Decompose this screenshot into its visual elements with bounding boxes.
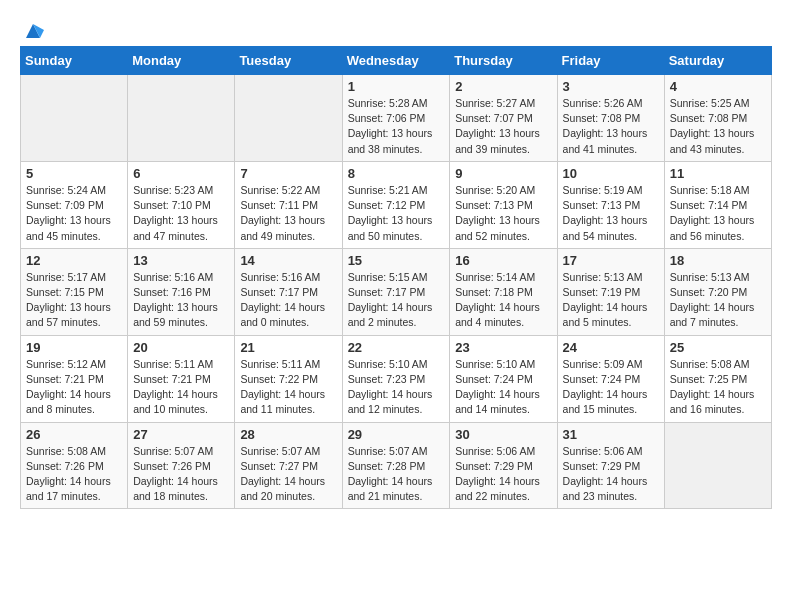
day-number: 9	[455, 166, 551, 181]
day-info: Sunrise: 5:14 AM Sunset: 7:18 PM Dayligh…	[455, 270, 551, 331]
weekday-header: Sunday	[21, 47, 128, 75]
day-number: 29	[348, 427, 445, 442]
calendar-cell: 11Sunrise: 5:18 AM Sunset: 7:14 PM Dayli…	[664, 161, 771, 248]
day-info: Sunrise: 5:27 AM Sunset: 7:07 PM Dayligh…	[455, 96, 551, 157]
day-info: Sunrise: 5:15 AM Sunset: 7:17 PM Dayligh…	[348, 270, 445, 331]
day-info: Sunrise: 5:22 AM Sunset: 7:11 PM Dayligh…	[240, 183, 336, 244]
calendar-cell	[235, 75, 342, 162]
calendar-cell: 27Sunrise: 5:07 AM Sunset: 7:26 PM Dayli…	[128, 422, 235, 509]
day-number: 31	[563, 427, 659, 442]
day-number: 13	[133, 253, 229, 268]
calendar-cell: 13Sunrise: 5:16 AM Sunset: 7:16 PM Dayli…	[128, 248, 235, 335]
day-info: Sunrise: 5:19 AM Sunset: 7:13 PM Dayligh…	[563, 183, 659, 244]
day-number: 12	[26, 253, 122, 268]
day-number: 11	[670, 166, 766, 181]
day-info: Sunrise: 5:12 AM Sunset: 7:21 PM Dayligh…	[26, 357, 122, 418]
calendar-cell: 17Sunrise: 5:13 AM Sunset: 7:19 PM Dayli…	[557, 248, 664, 335]
calendar-cell	[21, 75, 128, 162]
calendar-cell: 26Sunrise: 5:08 AM Sunset: 7:26 PM Dayli…	[21, 422, 128, 509]
calendar-cell: 21Sunrise: 5:11 AM Sunset: 7:22 PM Dayli…	[235, 335, 342, 422]
logo-icon	[22, 20, 44, 42]
weekday-header: Tuesday	[235, 47, 342, 75]
day-info: Sunrise: 5:20 AM Sunset: 7:13 PM Dayligh…	[455, 183, 551, 244]
day-number: 2	[455, 79, 551, 94]
calendar-table: SundayMondayTuesdayWednesdayThursdayFrid…	[20, 46, 772, 509]
calendar-cell	[664, 422, 771, 509]
calendar-week-row: 12Sunrise: 5:17 AM Sunset: 7:15 PM Dayli…	[21, 248, 772, 335]
day-info: Sunrise: 5:23 AM Sunset: 7:10 PM Dayligh…	[133, 183, 229, 244]
calendar-cell: 6Sunrise: 5:23 AM Sunset: 7:10 PM Daylig…	[128, 161, 235, 248]
day-info: Sunrise: 5:25 AM Sunset: 7:08 PM Dayligh…	[670, 96, 766, 157]
day-number: 5	[26, 166, 122, 181]
calendar-cell: 12Sunrise: 5:17 AM Sunset: 7:15 PM Dayli…	[21, 248, 128, 335]
day-number: 26	[26, 427, 122, 442]
calendar-cell: 31Sunrise: 5:06 AM Sunset: 7:29 PM Dayli…	[557, 422, 664, 509]
page-header	[20, 20, 772, 36]
day-number: 21	[240, 340, 336, 355]
calendar-cell: 3Sunrise: 5:26 AM Sunset: 7:08 PM Daylig…	[557, 75, 664, 162]
day-number: 1	[348, 79, 445, 94]
calendar-cell: 1Sunrise: 5:28 AM Sunset: 7:06 PM Daylig…	[342, 75, 450, 162]
day-number: 19	[26, 340, 122, 355]
calendar-cell: 16Sunrise: 5:14 AM Sunset: 7:18 PM Dayli…	[450, 248, 557, 335]
calendar-cell: 7Sunrise: 5:22 AM Sunset: 7:11 PM Daylig…	[235, 161, 342, 248]
weekday-header: Thursday	[450, 47, 557, 75]
day-number: 6	[133, 166, 229, 181]
calendar-week-row: 26Sunrise: 5:08 AM Sunset: 7:26 PM Dayli…	[21, 422, 772, 509]
weekday-header: Friday	[557, 47, 664, 75]
calendar-cell: 23Sunrise: 5:10 AM Sunset: 7:24 PM Dayli…	[450, 335, 557, 422]
weekday-header: Saturday	[664, 47, 771, 75]
day-info: Sunrise: 5:17 AM Sunset: 7:15 PM Dayligh…	[26, 270, 122, 331]
calendar-cell: 10Sunrise: 5:19 AM Sunset: 7:13 PM Dayli…	[557, 161, 664, 248]
calendar-cell: 20Sunrise: 5:11 AM Sunset: 7:21 PM Dayli…	[128, 335, 235, 422]
day-info: Sunrise: 5:07 AM Sunset: 7:26 PM Dayligh…	[133, 444, 229, 505]
day-number: 7	[240, 166, 336, 181]
day-info: Sunrise: 5:06 AM Sunset: 7:29 PM Dayligh…	[563, 444, 659, 505]
calendar-cell: 29Sunrise: 5:07 AM Sunset: 7:28 PM Dayli…	[342, 422, 450, 509]
calendar-cell: 28Sunrise: 5:07 AM Sunset: 7:27 PM Dayli…	[235, 422, 342, 509]
day-number: 24	[563, 340, 659, 355]
day-info: Sunrise: 5:10 AM Sunset: 7:24 PM Dayligh…	[455, 357, 551, 418]
calendar-cell: 8Sunrise: 5:21 AM Sunset: 7:12 PM Daylig…	[342, 161, 450, 248]
day-number: 30	[455, 427, 551, 442]
calendar-cell: 4Sunrise: 5:25 AM Sunset: 7:08 PM Daylig…	[664, 75, 771, 162]
day-number: 10	[563, 166, 659, 181]
day-info: Sunrise: 5:16 AM Sunset: 7:17 PM Dayligh…	[240, 270, 336, 331]
calendar-week-row: 1Sunrise: 5:28 AM Sunset: 7:06 PM Daylig…	[21, 75, 772, 162]
day-number: 15	[348, 253, 445, 268]
calendar-cell: 30Sunrise: 5:06 AM Sunset: 7:29 PM Dayli…	[450, 422, 557, 509]
day-number: 8	[348, 166, 445, 181]
day-info: Sunrise: 5:13 AM Sunset: 7:19 PM Dayligh…	[563, 270, 659, 331]
calendar-cell: 5Sunrise: 5:24 AM Sunset: 7:09 PM Daylig…	[21, 161, 128, 248]
calendar-cell	[128, 75, 235, 162]
day-info: Sunrise: 5:10 AM Sunset: 7:23 PM Dayligh…	[348, 357, 445, 418]
day-info: Sunrise: 5:11 AM Sunset: 7:21 PM Dayligh…	[133, 357, 229, 418]
weekday-header: Monday	[128, 47, 235, 75]
day-number: 23	[455, 340, 551, 355]
calendar-cell: 15Sunrise: 5:15 AM Sunset: 7:17 PM Dayli…	[342, 248, 450, 335]
day-info: Sunrise: 5:21 AM Sunset: 7:12 PM Dayligh…	[348, 183, 445, 244]
day-number: 28	[240, 427, 336, 442]
day-info: Sunrise: 5:11 AM Sunset: 7:22 PM Dayligh…	[240, 357, 336, 418]
day-info: Sunrise: 5:07 AM Sunset: 7:28 PM Dayligh…	[348, 444, 445, 505]
day-number: 27	[133, 427, 229, 442]
day-number: 25	[670, 340, 766, 355]
day-number: 20	[133, 340, 229, 355]
day-info: Sunrise: 5:08 AM Sunset: 7:25 PM Dayligh…	[670, 357, 766, 418]
day-info: Sunrise: 5:13 AM Sunset: 7:20 PM Dayligh…	[670, 270, 766, 331]
calendar-cell: 22Sunrise: 5:10 AM Sunset: 7:23 PM Dayli…	[342, 335, 450, 422]
day-info: Sunrise: 5:09 AM Sunset: 7:24 PM Dayligh…	[563, 357, 659, 418]
calendar-cell: 18Sunrise: 5:13 AM Sunset: 7:20 PM Dayli…	[664, 248, 771, 335]
day-info: Sunrise: 5:18 AM Sunset: 7:14 PM Dayligh…	[670, 183, 766, 244]
calendar-cell: 9Sunrise: 5:20 AM Sunset: 7:13 PM Daylig…	[450, 161, 557, 248]
day-info: Sunrise: 5:24 AM Sunset: 7:09 PM Dayligh…	[26, 183, 122, 244]
day-number: 22	[348, 340, 445, 355]
calendar-cell: 25Sunrise: 5:08 AM Sunset: 7:25 PM Dayli…	[664, 335, 771, 422]
day-number: 17	[563, 253, 659, 268]
day-info: Sunrise: 5:07 AM Sunset: 7:27 PM Dayligh…	[240, 444, 336, 505]
weekday-header-row: SundayMondayTuesdayWednesdayThursdayFrid…	[21, 47, 772, 75]
calendar-cell: 19Sunrise: 5:12 AM Sunset: 7:21 PM Dayli…	[21, 335, 128, 422]
day-info: Sunrise: 5:28 AM Sunset: 7:06 PM Dayligh…	[348, 96, 445, 157]
day-info: Sunrise: 5:08 AM Sunset: 7:26 PM Dayligh…	[26, 444, 122, 505]
day-number: 4	[670, 79, 766, 94]
